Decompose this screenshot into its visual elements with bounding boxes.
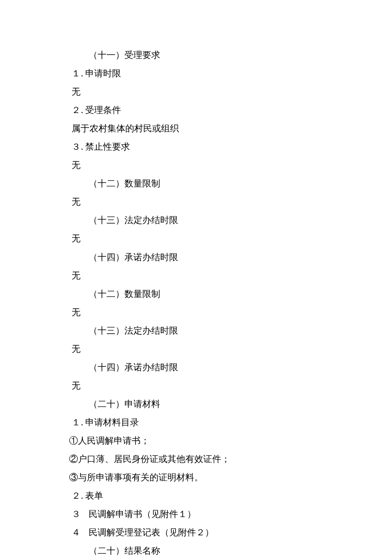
list-number: １ <box>72 64 78 83</box>
text-line: ４民调解受理登记表（见附件２） <box>72 523 327 542</box>
text-line: （十四）承诺办结时限 <box>72 248 327 267</box>
text-line: ２．表单 <box>72 487 327 505</box>
text-line: ③与所申请事项有关的证明材料。 <box>69 468 327 487</box>
text-line: ３民调解申请书（见附件１） <box>72 505 327 523</box>
text-line: （二十）结果名称 <box>72 542 327 555</box>
list-separator: ． <box>78 413 85 432</box>
text-line: （十三）法定办结时限 <box>72 322 327 340</box>
text-line: ①人民调解申请书； <box>69 432 327 450</box>
list-separator: ． <box>78 487 85 505</box>
text-line: ②户口薄、居民身份证或其他有效证件； <box>69 450 327 468</box>
text-line: 无 <box>72 377 327 395</box>
list-number: ４ <box>72 523 78 542</box>
list-separator: ． <box>78 138 85 156</box>
text-line: 无 <box>72 340 327 358</box>
list-number: ３ <box>72 138 78 156</box>
list-number: ３ <box>72 505 78 523</box>
text-line: 无 <box>72 267 327 285</box>
text-line: 无 <box>72 193 327 211</box>
text-line: 无 <box>72 230 327 248</box>
text-line: （二十）申请材料 <box>72 395 327 413</box>
text-line: 无 <box>72 303 327 322</box>
list-number: ２ <box>72 101 78 119</box>
list-text: 受理条件 <box>85 105 121 115</box>
text-line: ２．受理条件 <box>72 101 327 119</box>
text-line: （十四）承诺办结时限 <box>72 358 327 377</box>
text-line: １．申请时限 <box>72 64 327 83</box>
text-line: 无 <box>72 156 327 174</box>
list-text: 申请材料目录 <box>85 417 139 427</box>
text-line: ３．禁止性要求 <box>72 138 327 156</box>
list-text: 民调解申请书（见附件１） <box>89 509 196 519</box>
text-line: （十三）法定办结时限 <box>72 211 327 230</box>
list-number: ２ <box>72 487 78 505</box>
text-line: （十二）数量限制 <box>72 285 327 303</box>
document-page: （十一）受理要求１．申请时限无２．受理条件属于农村集体的村民或组织３．禁止性要求… <box>0 0 327 555</box>
list-text: 申请时限 <box>85 68 121 78</box>
text-line: 无 <box>72 83 327 101</box>
text-line: １．申请材料目录 <box>72 413 327 432</box>
list-separator: ． <box>78 64 85 83</box>
list-text: 禁止性要求 <box>85 142 130 152</box>
list-number: １ <box>72 413 78 432</box>
list-text: 表单 <box>85 491 103 501</box>
text-line: （十一）受理要求 <box>72 46 327 64</box>
list-text: 民调解受理登记表（见附件２） <box>89 527 214 538</box>
list-separator: ． <box>78 101 85 119</box>
text-line: 属于农村集体的村民或组织 <box>72 119 327 138</box>
text-line: （十二）数量限制 <box>72 174 327 193</box>
